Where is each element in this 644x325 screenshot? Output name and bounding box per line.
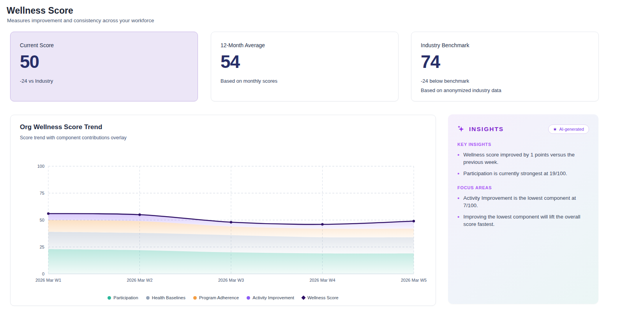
star-icon: ★ — [553, 127, 557, 131]
page-title: Wellness Score — [7, 5, 73, 16]
insight-item: • Wellness score improved by 1 points ve… — [457, 151, 589, 166]
ai-generated-badge: ★ AI-generated — [548, 124, 589, 134]
insight-text: Wellness score improved by 1 points vers… — [463, 151, 589, 166]
ai-badge-label: AI-generated — [559, 127, 584, 131]
page-subtitle: Measures improvement and consistency acr… — [7, 18, 154, 23]
stat-card-label: 12-Month Average — [221, 42, 389, 48]
stat-card-note-secondary: Based on anonymized industry data — [421, 87, 589, 93]
legend-marker — [146, 296, 150, 300]
stat-card-note: -24 vs Industry — [20, 78, 188, 84]
insight-item: • Improving the lowest component will li… — [457, 213, 589, 228]
legend-item: Wellness Score — [302, 295, 339, 300]
svg-text:2026 Mar W1: 2026 Mar W1 — [35, 278, 61, 282]
legend-marker — [108, 296, 111, 300]
insights-title: INSIGHTS — [469, 126, 504, 133]
legend-marker — [193, 296, 197, 300]
legend-item: Program Adherence — [193, 295, 239, 300]
svg-text:75: 75 — [40, 191, 44, 195]
svg-text:2026 Mar W2: 2026 Mar W2 — [127, 278, 152, 282]
stat-card-current-score[interactable]: Current Score 50 -24 vs Industry — [10, 32, 198, 101]
bullet-icon: • — [457, 194, 459, 209]
insight-text: Participation is currently strongest at … — [463, 170, 567, 177]
legend-label: Activity Improvement — [252, 295, 294, 300]
stat-card-value: 74 — [421, 52, 589, 71]
key-insights-list: • Wellness score improved by 1 points ve… — [457, 151, 589, 177]
chart-legend: ParticipationHealth BaselinesProgram Adh… — [11, 295, 436, 301]
stat-card-label: Current Score — [20, 42, 188, 48]
stat-card-value: 50 — [20, 52, 188, 71]
svg-text:0: 0 — [42, 272, 44, 276]
svg-text:2026 Mar W3: 2026 Mar W3 — [218, 278, 244, 282]
stat-card-label: Industry Benchmark — [421, 42, 589, 48]
stat-card-value: 54 — [221, 52, 389, 71]
wellness-trend-chart: 02550751002026 Mar W12026 Mar W22026 Mar… — [11, 153, 436, 287]
legend-marker — [301, 295, 305, 300]
legend-item: Activity Improvement — [247, 295, 294, 300]
sparkles-icon — [457, 125, 465, 133]
bullet-icon: • — [457, 213, 459, 228]
legend-item: Health Baselines — [146, 295, 185, 300]
svg-text:25: 25 — [40, 245, 44, 249]
svg-text:2026 Mar W4: 2026 Mar W4 — [309, 278, 335, 282]
wellness-trend-card: Org Wellness Score Trend Score trend wit… — [10, 115, 436, 306]
stat-card-industry-benchmark[interactable]: Industry Benchmark 74 -24 below benchmar… — [411, 32, 599, 101]
insight-item: • Participation is currently strongest a… — [457, 170, 589, 177]
legend-label: Wellness Score — [307, 295, 339, 300]
insight-item: • Activity Improvement is the lowest com… — [457, 194, 589, 209]
focus-areas-list: • Activity Improvement is the lowest com… — [457, 194, 589, 228]
legend-label: Program Adherence — [199, 295, 239, 300]
legend-label: Health Baselines — [152, 295, 185, 300]
legend-label: Participation — [113, 295, 138, 300]
chart-subtitle: Score trend with component contributions… — [20, 135, 127, 140]
bullet-icon: • — [457, 151, 459, 166]
bullet-icon: • — [457, 170, 459, 177]
stat-card-note: Based on monthly scores — [221, 78, 389, 84]
stat-card-note: -24 below benchmark — [421, 78, 589, 84]
insight-text: Improving the lowest component will lift… — [463, 213, 589, 228]
insights-header: INSIGHTS ★ AI-generated — [457, 124, 589, 134]
svg-text:50: 50 — [40, 218, 44, 222]
insight-section-heading-key-insights: KEY INSIGHTS — [457, 142, 589, 147]
legend-marker — [247, 296, 250, 300]
stat-card-12-month-average[interactable]: 12-Month Average 54 Based on monthly sco… — [211, 32, 399, 101]
insight-section-heading-focus-areas: FOCUS AREAS — [457, 185, 589, 190]
insights-panel: INSIGHTS ★ AI-generated KEY INSIGHTS • W… — [448, 114, 598, 304]
svg-text:100: 100 — [37, 164, 44, 169]
chart-title: Org Wellness Score Trend — [20, 123, 102, 131]
legend-item: Participation — [108, 295, 138, 300]
insight-text: Activity Improvement is the lowest compo… — [463, 194, 589, 209]
svg-text:2026 Mar W5: 2026 Mar W5 — [401, 278, 427, 282]
